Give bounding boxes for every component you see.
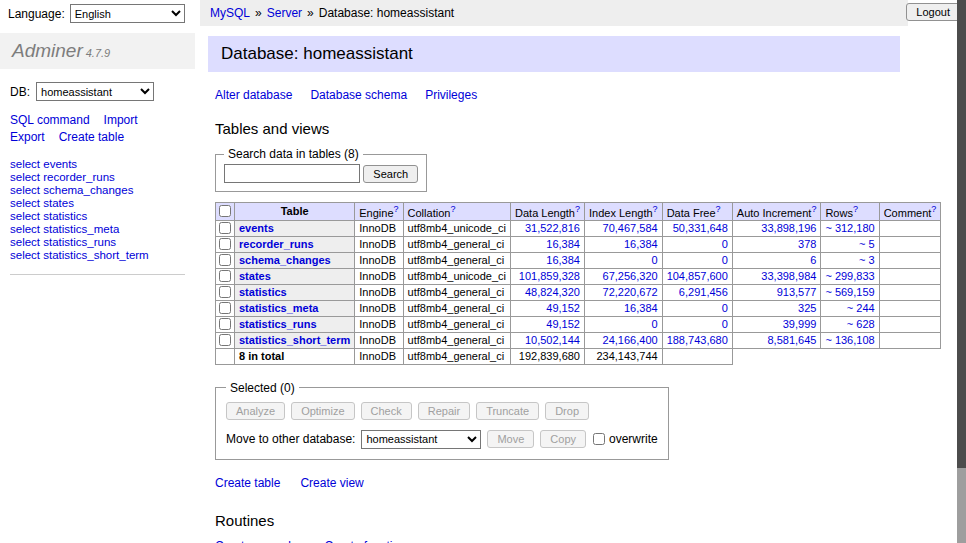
auto-increment-link[interactable]: 33,898,196 xyxy=(761,222,816,234)
table-select-link[interactable]: select events xyxy=(10,158,77,170)
data-length-link[interactable]: 48,824,320 xyxy=(525,286,580,298)
rows-link[interactable]: ~ 3 xyxy=(859,254,875,266)
help-link[interactable]: ? xyxy=(716,204,721,214)
index-length-link[interactable]: 16,384 xyxy=(624,238,658,250)
table-name-link[interactable]: statistics_meta xyxy=(239,302,319,314)
auto-increment-link[interactable]: 6 xyxy=(810,254,816,266)
auto-increment-link[interactable]: 325 xyxy=(798,302,816,314)
data-length-link[interactable]: 49,152 xyxy=(546,318,580,330)
table-select-link[interactable]: select statistics xyxy=(10,210,87,222)
index-length-link[interactable]: 70,467,584 xyxy=(603,222,658,234)
data-free-link[interactable]: 6,291,456 xyxy=(679,286,728,298)
row-checkbox[interactable] xyxy=(219,270,231,282)
move-db-select[interactable]: homeassistant xyxy=(361,430,481,449)
scrollbar-thumb[interactable] xyxy=(957,0,966,468)
rows-link[interactable]: ~ 244 xyxy=(847,302,875,314)
data-free-link[interactable]: 104,857,600 xyxy=(667,270,728,282)
auto-increment-link[interactable]: 33,398,984 xyxy=(761,270,816,282)
table-name-link[interactable]: schema_changes xyxy=(239,254,331,266)
auto-increment-link[interactable]: 913,577 xyxy=(777,286,817,298)
breadcrumb-item[interactable]: Server xyxy=(267,6,302,20)
row-checkbox[interactable] xyxy=(219,286,231,298)
table-select-link[interactable]: select schema_changes xyxy=(10,184,133,196)
routine-create-link[interactable]: Create function xyxy=(324,539,405,543)
routine-create-link[interactable]: Create procedure xyxy=(215,539,308,543)
row-checkbox[interactable] xyxy=(219,254,231,266)
overwrite-checkbox[interactable] xyxy=(593,433,605,445)
create-link[interactable]: Create table xyxy=(215,476,280,490)
help-link[interactable]: ? xyxy=(394,204,399,214)
row-checkbox[interactable] xyxy=(219,222,231,234)
help-link[interactable]: ? xyxy=(811,204,816,214)
auto-increment-link[interactable]: 39,999 xyxy=(783,318,817,330)
copy-button[interactable]: Copy xyxy=(540,430,586,448)
help-link[interactable]: ? xyxy=(450,204,455,214)
index-length-link[interactable]: 0 xyxy=(652,254,658,266)
data-free-link[interactable]: 188,743,680 xyxy=(667,334,728,346)
index-length-link[interactable]: 24,166,400 xyxy=(603,334,658,346)
data-length-link[interactable]: 16,384 xyxy=(546,238,580,250)
rows-link[interactable]: ~ 628 xyxy=(847,318,875,330)
data-length-link[interactable]: 10,502,144 xyxy=(525,334,580,346)
breadcrumb-item[interactable]: MySQL xyxy=(210,6,250,20)
bulk-check-button[interactable]: Check xyxy=(361,402,412,420)
table-select-link[interactable]: select states xyxy=(10,197,74,209)
data-length-link[interactable]: 101,859,328 xyxy=(519,270,580,282)
table-select-link[interactable]: select recorder_runs xyxy=(10,171,115,183)
logout-button[interactable]: Logout xyxy=(906,3,960,21)
select-all-checkbox[interactable] xyxy=(219,205,231,217)
table-name-link[interactable]: statistics xyxy=(239,286,287,298)
table-name-link[interactable]: states xyxy=(239,270,271,282)
help-link[interactable]: ? xyxy=(853,204,858,214)
data-length-link[interactable]: 31,522,816 xyxy=(525,222,580,234)
rows-link[interactable]: ~ 5 xyxy=(859,238,875,250)
bulk-analyze-button[interactable]: Analyze xyxy=(226,402,285,420)
data-free-link[interactable]: 0 xyxy=(722,302,728,314)
index-length-link[interactable]: 72,220,672 xyxy=(603,286,658,298)
db-action-link[interactable]: Database schema xyxy=(310,88,407,102)
help-link[interactable]: ? xyxy=(653,204,658,214)
db-select[interactable]: homeassistant xyxy=(36,82,154,101)
rows-link[interactable]: ~ 569,159 xyxy=(825,286,874,298)
row-checkbox[interactable] xyxy=(219,334,231,346)
rows-link[interactable]: ~ 312,180 xyxy=(825,222,874,234)
rows-link[interactable]: ~ 299,833 xyxy=(825,270,874,282)
row-checkbox[interactable] xyxy=(219,238,231,250)
vertical-scrollbar[interactable] xyxy=(957,0,966,543)
move-button[interactable]: Move xyxy=(487,430,534,448)
bulk-repair-button[interactable]: Repair xyxy=(418,402,470,420)
data-free-link[interactable]: 0 xyxy=(722,238,728,250)
help-link[interactable]: ? xyxy=(931,204,936,214)
bulk-optimize-button[interactable]: Optimize xyxy=(291,402,354,420)
db-action-link[interactable]: Privileges xyxy=(425,88,477,102)
bulk-truncate-button[interactable]: Truncate xyxy=(476,402,539,420)
data-length-link[interactable]: 16,384 xyxy=(546,254,580,266)
row-checkbox[interactable] xyxy=(219,302,231,314)
help-link[interactable]: ? xyxy=(575,204,580,214)
sidebar-link[interactable]: Export xyxy=(10,130,45,144)
sidebar-link[interactable]: Import xyxy=(104,113,138,127)
bulk-drop-button[interactable]: Drop xyxy=(545,402,589,420)
rows-link[interactable]: ~ 136,108 xyxy=(825,334,874,346)
language-select[interactable]: English xyxy=(70,4,185,23)
table-name-link[interactable]: statistics_short_term xyxy=(239,334,350,346)
data-free-link[interactable]: 0 xyxy=(722,318,728,330)
sidebar-link[interactable]: Create table xyxy=(59,130,124,144)
index-length-link[interactable]: 67,256,320 xyxy=(603,270,658,282)
table-name-link[interactable]: recorder_runs xyxy=(239,238,314,250)
data-length-link[interactable]: 49,152 xyxy=(546,302,580,314)
index-length-link[interactable]: 16,384 xyxy=(624,302,658,314)
row-checkbox[interactable] xyxy=(219,318,231,330)
auto-increment-link[interactable]: 8,581,645 xyxy=(767,334,816,346)
data-free-link[interactable]: 50,331,648 xyxy=(673,222,728,234)
table-select-link[interactable]: select statistics_short_term xyxy=(10,249,149,261)
create-link[interactable]: Create view xyxy=(300,476,363,490)
db-action-link[interactable]: Alter database xyxy=(215,88,292,102)
data-free-link[interactable]: 0 xyxy=(722,254,728,266)
sidebar-link[interactable]: SQL command xyxy=(10,113,90,127)
table-select-link[interactable]: select statistics_meta xyxy=(10,223,119,235)
table-name-link[interactable]: statistics_runs xyxy=(239,318,317,330)
index-length-link[interactable]: 0 xyxy=(652,318,658,330)
search-input[interactable] xyxy=(224,164,360,183)
search-button[interactable]: Search xyxy=(363,165,418,183)
